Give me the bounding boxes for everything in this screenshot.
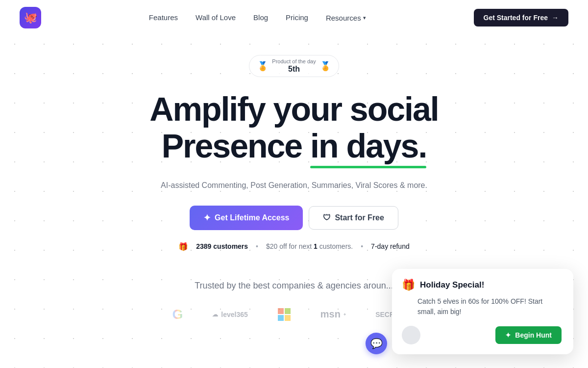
popup-body: Catch 5 elves in 60s for 100% OFF! Start… xyxy=(402,296,562,317)
nav-item-wall-of-love[interactable]: Wall of Love xyxy=(196,13,236,22)
hero-subtitle: AI-assisted Commenting, Post Generation,… xyxy=(161,181,427,190)
avatar xyxy=(402,326,420,344)
nav-item-resources[interactable]: Resources ▾ xyxy=(326,14,366,22)
microsoft-logo xyxy=(277,308,291,321)
cta-buttons: ✦ Get Lifetime Access 🛡 Start for Free xyxy=(190,206,398,230)
google-logo: G xyxy=(172,307,183,322)
hero-title-line1: Amplify your social xyxy=(149,90,438,128)
popup-footer: ✦ Begin Hunt xyxy=(402,326,562,344)
discount-text: $20 off for next 1 customers. xyxy=(266,242,353,250)
gift-icon: 🎁 xyxy=(178,242,188,251)
laurel-left-icon: 🏅 xyxy=(257,61,268,72)
chat-icon: 💬 xyxy=(370,338,383,349)
sparkle-icon: ✦ xyxy=(203,212,211,223)
hero-title-line2: Presence in days. xyxy=(149,128,438,164)
hero-title: Amplify your social Presence in days. xyxy=(149,91,438,169)
logo-emoji: 🐙 xyxy=(24,11,37,24)
popup-header: 🎁 Holiday Special! xyxy=(402,279,562,291)
chat-bubble-button[interactable]: 💬 xyxy=(366,333,387,354)
refund-text: 7-day refund xyxy=(371,242,410,250)
product-badge: 🏅 Product of the day 5th 🏅 xyxy=(249,55,339,77)
badge-label: Product of the day xyxy=(272,58,316,65)
level365-logo: ☁ level365 xyxy=(212,311,248,318)
shield-icon: 🛡 xyxy=(323,213,331,222)
sparkle-icon: ✦ xyxy=(505,331,511,339)
svg-rect-3 xyxy=(285,315,291,321)
get-started-button[interactable]: Get Started for Free → xyxy=(474,9,568,26)
hero-highlight: in days. xyxy=(310,128,426,164)
nav-item-blog[interactable]: Blog xyxy=(253,13,268,22)
lifetime-access-button[interactable]: ✦ Get Lifetime Access xyxy=(190,206,303,230)
customer-count: 2389 customers xyxy=(196,242,248,250)
chevron-down-icon: ▾ xyxy=(363,15,366,21)
svg-rect-1 xyxy=(285,308,291,314)
start-free-button[interactable]: 🛡 Start for Free xyxy=(309,206,398,230)
social-proof-bar: 🎁 2389 customers • $20 off for next 1 cu… xyxy=(178,242,409,251)
logo-icon: 🐙 xyxy=(20,7,41,28)
nav-item-features[interactable]: Features xyxy=(149,13,178,22)
navbar: 🐙 Features Wall of Love Blog Pricing Res… xyxy=(0,0,588,35)
separator-1: • xyxy=(256,242,258,250)
popup-gift-icon: 🎁 xyxy=(402,279,415,291)
nav-item-pricing[interactable]: Pricing xyxy=(286,13,308,22)
popup-title: Holiday Special! xyxy=(420,280,484,290)
laurel-right-icon: 🏅 xyxy=(320,61,331,72)
hero-section: 🏅 Product of the day 5th 🏅 Amplify your … xyxy=(0,35,588,276)
svg-rect-2 xyxy=(278,315,284,321)
nav-links: Features Wall of Love Blog Pricing Resou… xyxy=(149,13,366,22)
svg-rect-0 xyxy=(278,308,284,314)
badge-rank: 5th xyxy=(272,65,316,74)
separator-2: • xyxy=(361,242,363,250)
begin-hunt-button[interactable]: ✦ Begin Hunt xyxy=(495,326,562,344)
msn-logo: msn+ xyxy=(320,309,346,320)
logo[interactable]: 🐙 xyxy=(20,7,41,28)
holiday-popup: 🎁 Holiday Special! Catch 5 elves in 60s … xyxy=(392,269,573,354)
